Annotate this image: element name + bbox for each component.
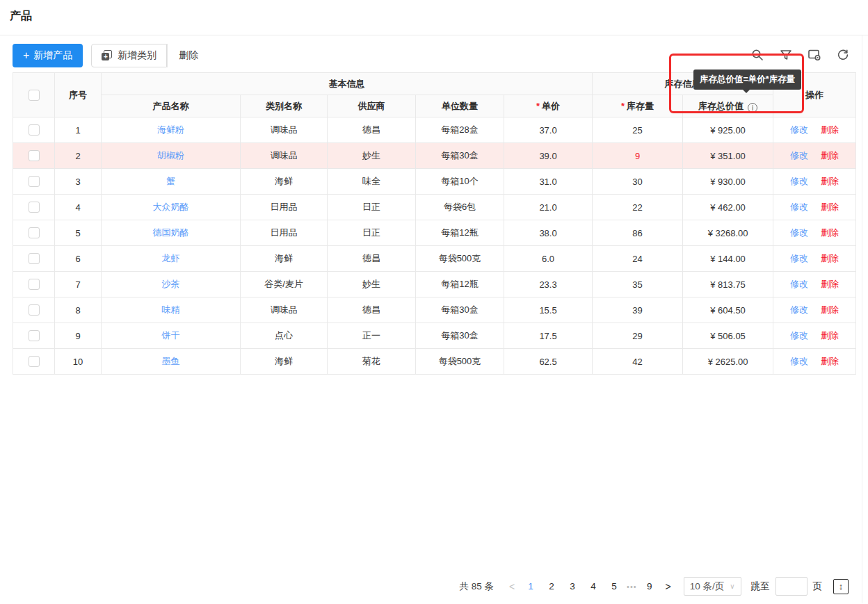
category-cell: 日用品 [241, 220, 328, 246]
price-cell: 38.0 [504, 220, 593, 246]
col-price: *单价 [504, 95, 593, 117]
supplier-cell: 正一 [328, 323, 416, 349]
product-name-link[interactable]: 龙虾 [162, 253, 180, 263]
price-cell: 62.5 [504, 349, 593, 375]
edit-link[interactable]: 修改 [790, 253, 808, 263]
delete-button[interactable]: 删除 [167, 44, 209, 67]
required-mark: * [621, 101, 625, 111]
row-checkbox[interactable] [29, 304, 40, 316]
seq-cell: 8 [55, 297, 102, 323]
edit-link[interactable]: 修改 [790, 176, 808, 186]
product-name-link[interactable]: 沙茶 [162, 279, 180, 289]
stock-value-cell: ¥ 2625.00 [683, 349, 773, 375]
delete-link[interactable]: 删除 [821, 124, 839, 135]
unit-qty-cell: 每箱12瓶 [416, 272, 504, 297]
edit-link[interactable]: 修改 [790, 150, 808, 161]
delete-link[interactable]: 删除 [821, 356, 839, 366]
product-name-link[interactable]: 味精 [162, 304, 180, 315]
row-checkbox[interactable] [29, 227, 40, 238]
row-checkbox[interactable] [29, 176, 40, 187]
row-select-cell [13, 323, 55, 349]
stock-cell: 9 [593, 143, 683, 169]
delete-link[interactable]: 删除 [821, 304, 839, 315]
select-all-checkbox[interactable] [29, 90, 40, 101]
filter-icon[interactable] [779, 48, 793, 62]
next-page-button[interactable]: > [660, 581, 677, 592]
product-name-link[interactable]: 大众奶酪 [153, 202, 189, 212]
actions-cell: 修改删除 [773, 220, 856, 246]
back-to-top-button[interactable]: ↕ [833, 579, 849, 594]
actions-cell: 修改删除 [773, 297, 856, 323]
price-cell: 37.0 [504, 117, 593, 143]
row-checkbox[interactable] [29, 253, 40, 264]
unit-qty-cell: 每箱12瓶 [416, 220, 504, 246]
page-number-4[interactable]: 4 [585, 581, 602, 591]
product-name-cell: 龙虾 [102, 246, 241, 272]
info-icon[interactable]: i [748, 103, 757, 113]
add-category-button[interactable]: + 新增类别 [91, 44, 167, 67]
product-name-link[interactable]: 墨鱼 [162, 356, 180, 366]
table-body: 1海鲜粉调味品德昌每箱28盒37.025¥ 925.00修改删除2胡椒粉调味品妙… [13, 117, 856, 375]
edit-link[interactable]: 修改 [790, 330, 808, 341]
page-size-select[interactable]: 10 条/页 ∨ [684, 577, 741, 596]
delete-link[interactable]: 删除 [821, 279, 839, 289]
row-checkbox[interactable] [29, 279, 40, 290]
page-number-2[interactable]: 2 [543, 581, 560, 591]
edit-link[interactable]: 修改 [790, 202, 808, 212]
delete-link[interactable]: 删除 [821, 227, 839, 238]
page-ellipsis[interactable]: ••• [627, 582, 637, 591]
edit-link[interactable]: 修改 [790, 227, 808, 238]
product-name-cell: 饼干 [102, 323, 241, 349]
stock-value-cell: ¥ 813.75 [683, 272, 773, 297]
price-cell: 21.0 [504, 195, 593, 220]
row-checkbox[interactable] [29, 150, 40, 161]
supplier-cell: 日正 [328, 195, 416, 220]
page-number-1[interactable]: 1 [522, 581, 539, 591]
product-name-link[interactable]: 胡椒粉 [157, 150, 184, 161]
row-checkbox[interactable] [29, 202, 40, 213]
edit-link[interactable]: 修改 [790, 356, 808, 366]
add-product-label: 新增产品 [33, 49, 72, 62]
product-name-cell: 德国奶酪 [102, 220, 241, 246]
jump-page-input[interactable] [775, 577, 807, 596]
table-row: 10墨鱼海鲜菊花每袋500克62.542¥ 2625.00修改删除 [13, 349, 856, 375]
delete-link[interactable]: 删除 [821, 150, 839, 161]
table-row: 3蟹海鲜味全每箱10个31.030¥ 930.00修改删除 [13, 169, 856, 195]
product-name-link[interactable]: 海鲜粉 [157, 124, 184, 135]
row-checkbox[interactable] [29, 330, 40, 341]
delete-link[interactable]: 删除 [821, 202, 839, 212]
unit-qty-cell: 每箱28盒 [416, 117, 504, 143]
edit-link[interactable]: 修改 [790, 124, 808, 135]
row-checkbox[interactable] [29, 124, 40, 136]
search-icon[interactable] [750, 48, 764, 62]
stock-cell: 30 [593, 169, 683, 195]
product-name-link[interactable]: 饼干 [162, 330, 180, 341]
column-visibility-icon[interactable] [807, 48, 821, 62]
plus-icon: + [23, 50, 29, 61]
select-all-cell [13, 73, 55, 117]
actions-cell: 修改删除 [773, 246, 856, 272]
delete-link[interactable]: 删除 [821, 253, 839, 263]
product-name-link[interactable]: 德国奶酪 [153, 227, 189, 238]
add-product-button[interactable]: + 新增产品 [13, 44, 83, 67]
edit-link[interactable]: 修改 [790, 279, 808, 289]
stock-cell: 22 [593, 195, 683, 220]
prev-page-button[interactable]: < [504, 581, 520, 592]
product-name-link[interactable]: 蟹 [166, 176, 175, 186]
page-number-5[interactable]: 5 [606, 581, 622, 591]
chevron-down-icon: ∨ [730, 582, 734, 590]
seq-cell: 7 [55, 272, 102, 297]
page-number-3[interactable]: 3 [564, 581, 581, 591]
delete-link[interactable]: 删除 [821, 330, 839, 341]
col-product-name: 产品名称 [102, 95, 241, 117]
row-checkbox[interactable] [29, 356, 40, 367]
page-number-9[interactable]: 9 [641, 581, 658, 591]
delete-link[interactable]: 删除 [821, 176, 839, 186]
stock-value-tooltip: 库存总价值=单价*库存量 [693, 70, 801, 90]
edit-link[interactable]: 修改 [790, 304, 808, 315]
table-row: 8味精调味品德昌每箱30盒15.539¥ 604.50修改删除 [13, 297, 856, 323]
group-basic-info: 基本信息 [102, 73, 593, 95]
stock-cell: 35 [593, 272, 683, 297]
refresh-icon[interactable] [836, 48, 850, 62]
stock-cell: 39 [593, 297, 683, 323]
